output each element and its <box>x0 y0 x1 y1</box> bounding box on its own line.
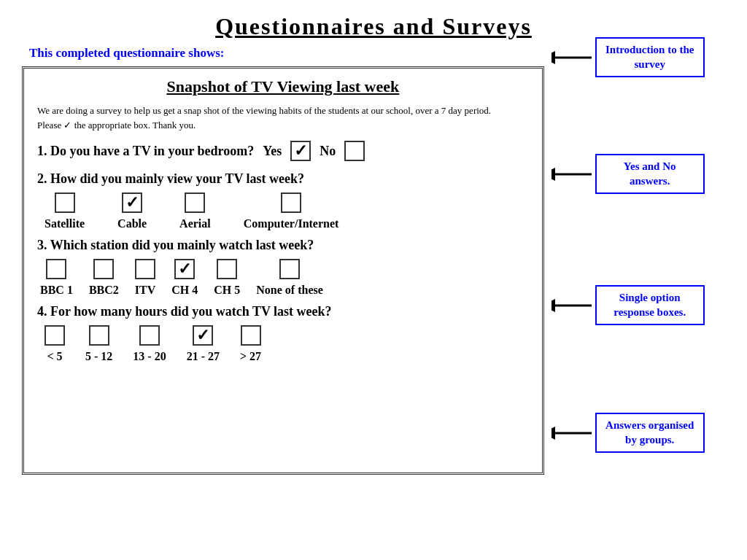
q2-opt-satellite: Satellite <box>44 192 85 230</box>
q3-opt-itv: ITV <box>135 259 155 297</box>
annotations-panel: Introduction to the survey Yes and No an… <box>544 66 740 475</box>
q3-none-label: None of these <box>256 284 323 297</box>
q4-opt-21-27: 21 - 27 <box>187 325 220 363</box>
questionnaire-title: Snapshot of TV Viewing last week <box>37 77 529 96</box>
q2-satellite-label: Satellite <box>44 217 85 230</box>
q2-satellite-checkbox[interactable] <box>55 192 75 213</box>
q2-options: Satellite Cable Aerial Computer/Internet <box>44 192 529 230</box>
q4-opt-13-20: 13 - 20 <box>133 325 166 363</box>
annotation-intro-box: Introduction to the survey <box>595 37 705 77</box>
q3-opt-bbc2: BBC2 <box>89 259 119 297</box>
q4-21-27-label: 21 - 27 <box>187 350 220 363</box>
annotation-groups: Answers organised by groups. <box>551 413 705 453</box>
annotation-single: Single option response boxes. <box>551 285 705 325</box>
q2-cable-label: Cable <box>117 217 147 230</box>
q4-21-27-checkbox[interactable] <box>193 325 213 346</box>
q4-opt-5-12: 5 - 12 <box>85 325 112 363</box>
q3-bbc1-label: BBC 1 <box>40 284 73 297</box>
q4-13-20-label: 13 - 20 <box>133 350 166 363</box>
q1-yes-label: Yes <box>263 144 282 159</box>
annotation-yesno-box: Yes and No answers. <box>595 154 705 194</box>
q3-itv-label: ITV <box>135 284 155 297</box>
q4-13-20-checkbox[interactable] <box>139 325 160 346</box>
intro-text: We are doing a survey to help us get a s… <box>37 104 529 132</box>
questionnaire-box: Snapshot of TV Viewing last week We are … <box>22 66 544 475</box>
q2-opt-cable: Cable <box>117 192 147 230</box>
q2-aerial-label: Aerial <box>179 217 211 230</box>
q4-opt-lt5: < 5 <box>44 325 65 363</box>
arrow-yesno-icon <box>551 166 595 183</box>
q1-yes-checkbox[interactable] <box>290 141 311 161</box>
q2-aerial-checkbox[interactable] <box>185 192 205 213</box>
annotation-groups-box: Answers organised by groups. <box>595 413 705 453</box>
question-2: 2. How did you mainly view your TV last … <box>37 171 529 187</box>
annotation-intro: Introduction to the survey <box>551 37 705 77</box>
q3-none-checkbox[interactable] <box>279 259 300 279</box>
question-4: 4. For how many hours did you watch TV l… <box>37 304 529 319</box>
q4-opt-gt27: > 27 <box>240 325 261 363</box>
q2-computer-label: Computer/Internet <box>244 217 339 230</box>
q3-options: BBC 1 BBC2 ITV CH 4 CH 5 None of these <box>40 259 529 297</box>
q3-ch5-checkbox[interactable] <box>217 259 237 279</box>
q3-opt-ch4: CH 4 <box>171 259 198 297</box>
q1-no-checkbox[interactable] <box>344 141 365 161</box>
q3-ch4-label: CH 4 <box>171 284 198 297</box>
q3-opt-none: None of these <box>256 259 323 297</box>
q4-options: < 5 5 - 12 13 - 20 21 - 27 > 27 <box>44 325 529 363</box>
q3-bbc1-checkbox[interactable] <box>46 259 66 279</box>
annotation-yesno: Yes and No answers. <box>551 154 705 194</box>
q1-text: 1. Do you have a TV in your bedroom? <box>37 144 254 159</box>
q2-opt-computer: Computer/Internet <box>244 192 339 230</box>
q4-lt5-checkbox[interactable] <box>44 325 65 346</box>
q3-ch4-checkbox[interactable] <box>174 259 195 279</box>
q1-no-label: No <box>320 144 336 159</box>
q4-5-12-label: 5 - 12 <box>85 350 112 363</box>
arrow-groups-icon <box>551 424 595 442</box>
q4-gt27-label: > 27 <box>240 350 261 363</box>
arrow-intro-icon <box>551 49 595 66</box>
question-3: 3. Which station did you mainly watch la… <box>37 238 529 253</box>
q3-itv-checkbox[interactable] <box>135 259 155 279</box>
q3-ch5-label: CH 5 <box>214 284 240 297</box>
q4-lt5-label: < 5 <box>47 350 62 363</box>
q3-bbc2-label: BBC2 <box>89 284 119 297</box>
arrow-single-icon <box>551 297 595 314</box>
question-1-row: 1. Do you have a TV in your bedroom? Yes… <box>37 141 529 161</box>
q2-cable-checkbox[interactable] <box>122 192 142 213</box>
q2-computer-checkbox[interactable] <box>281 192 301 213</box>
q3-opt-ch5: CH 5 <box>214 259 240 297</box>
q3-opt-bbc1: BBC 1 <box>40 259 73 297</box>
q4-gt27-checkbox[interactable] <box>241 325 261 346</box>
q2-opt-aerial: Aerial <box>179 192 211 230</box>
q3-bbc2-checkbox[interactable] <box>93 259 114 279</box>
q4-5-12-checkbox[interactable] <box>89 325 109 346</box>
annotation-single-box: Single option response boxes. <box>595 285 705 325</box>
